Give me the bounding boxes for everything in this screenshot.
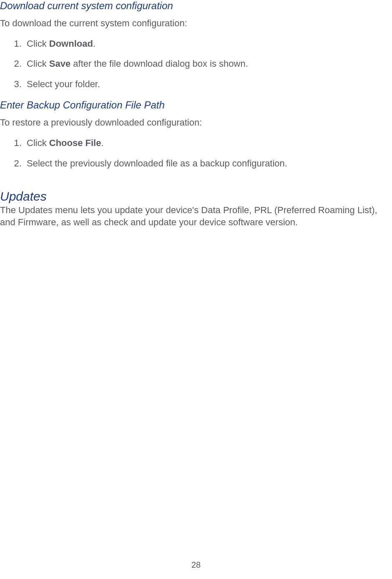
list-item: Select the previously downloaded file as… xyxy=(24,158,392,170)
list-item: Select your folder. xyxy=(24,78,392,91)
heading-download-config: Download current system configuration xyxy=(0,0,392,12)
step-pre: Select the previously downloaded file as… xyxy=(27,158,287,169)
page-number: 28 xyxy=(0,560,392,570)
list-item: Click Download. xyxy=(24,38,392,50)
step-pre: Select your folder. xyxy=(27,79,100,89)
body-updates: The Updates menu lets you update your de… xyxy=(0,204,392,228)
heading-updates: Updates xyxy=(0,189,392,204)
steps-backup-path: Click Choose File. Select the previously… xyxy=(0,137,392,169)
step-bold: Save xyxy=(49,58,70,69)
heading-backup-path: Enter Backup Configuration File Path xyxy=(0,99,392,111)
step-bold: Choose File xyxy=(49,138,101,148)
step-pre: Click xyxy=(27,58,49,69)
step-pre: Click xyxy=(27,38,49,49)
step-post: after the file download dialog box is sh… xyxy=(70,58,248,69)
intro-backup-path: To restore a previously downloaded confi… xyxy=(0,117,392,129)
steps-download-config: Click Download. Click Save after the fil… xyxy=(0,38,392,91)
list-item: Click Choose File. xyxy=(24,137,392,149)
step-post: . xyxy=(101,138,103,148)
step-post: . xyxy=(93,38,95,49)
step-bold: Download xyxy=(49,38,93,49)
step-pre: Click xyxy=(27,138,49,148)
intro-download-config: To download the current system configura… xyxy=(0,18,392,30)
list-item: Click Save after the file download dialo… xyxy=(24,58,392,70)
